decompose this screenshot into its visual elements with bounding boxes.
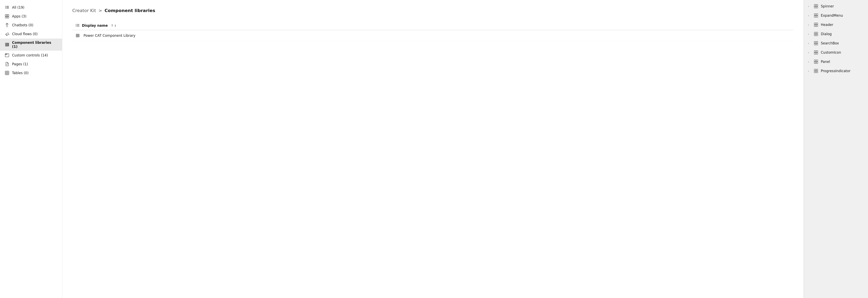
chevron-right-icon: ›	[808, 42, 811, 45]
panel-item-spinner-label: Spinner	[821, 4, 834, 8]
sidebar-item-apps-label: Apps (3)	[12, 14, 27, 18]
svg-rect-33	[78, 34, 78, 37]
svg-rect-1	[6, 6, 9, 6]
sidebar-item-cloud-flows[interactable]: Cloud flows (0)	[0, 30, 62, 38]
panel-item-panel[interactable]: › Panel	[804, 57, 868, 66]
table-row[interactable]: Power CAT Component Library	[72, 30, 794, 41]
panel-item-dialog[interactable]: › Dialog	[804, 29, 868, 38]
component-icon-panel	[814, 60, 818, 64]
svg-rect-57	[816, 51, 818, 52]
svg-rect-64	[814, 69, 816, 71]
breadcrumb-parent[interactable]: Creator Kit	[72, 8, 96, 13]
sort-arrows: ↑ ↓	[111, 24, 117, 27]
panel-item-spinner[interactable]: › Spinner	[804, 2, 868, 11]
svg-rect-2	[5, 7, 6, 7]
sidebar-item-chatbots-label: Chatbots (0)	[12, 23, 33, 27]
sidebar-item-chatbots[interactable]: Chatbots (0)	[0, 21, 62, 29]
chevron-right-icon: ›	[808, 51, 811, 54]
panel-item-expand-menu-label: ExpandMenu	[821, 13, 843, 18]
svg-rect-50	[814, 34, 816, 36]
panel-item-header-label: Header	[821, 23, 833, 27]
svg-rect-58	[814, 53, 816, 54]
svg-rect-39	[816, 6, 818, 8]
svg-rect-40	[814, 14, 816, 15]
panel-item-expand-menu[interactable]: › ExpandMenu	[804, 11, 868, 20]
svg-rect-6	[5, 14, 7, 16]
svg-rect-63	[816, 62, 818, 63]
flow-icon	[5, 32, 9, 36]
svg-rect-9	[7, 17, 9, 18]
panel-item-dialog-label: Dialog	[821, 32, 832, 36]
chevron-right-icon: ›	[808, 5, 811, 8]
component-icon-spinner	[814, 4, 818, 8]
chevron-right-icon: ›	[808, 23, 811, 26]
table-header: Display name ↑ ↓	[72, 21, 794, 30]
apps-icon	[5, 14, 9, 19]
sidebar-item-all-label: All (19)	[12, 5, 24, 9]
sidebar-item-all[interactable]: All (19)	[0, 3, 62, 12]
svg-rect-42	[814, 16, 816, 17]
svg-rect-44	[814, 23, 816, 25]
svg-rect-51	[816, 34, 818, 36]
svg-rect-47	[816, 25, 818, 27]
custom-controls-icon: Abc	[5, 53, 9, 57]
sidebar-item-custom-controls[interactable]: Abc Custom controls (14)	[0, 51, 62, 59]
svg-rect-56	[814, 51, 816, 52]
svg-rect-59	[816, 53, 818, 54]
svg-rect-48	[814, 32, 816, 34]
svg-rect-0	[5, 6, 6, 6]
sidebar-item-tables[interactable]: Tables (0)	[0, 69, 62, 77]
svg-rect-60	[814, 60, 816, 61]
svg-rect-20	[5, 71, 9, 75]
breadcrumb: Creator Kit > Component libraries	[72, 8, 794, 13]
svg-rect-37	[816, 4, 818, 6]
svg-rect-61	[816, 60, 818, 61]
chevron-right-icon: ›	[808, 33, 811, 36]
svg-rect-38	[814, 6, 816, 8]
sidebar-item-custom-controls-label: Custom controls (14)	[12, 53, 48, 57]
sidebar-item-apps[interactable]: Apps (3)	[0, 12, 62, 21]
svg-rect-34	[79, 34, 79, 37]
sort-desc-button[interactable]: ↓	[114, 24, 117, 27]
svg-rect-54	[814, 43, 816, 45]
svg-rect-30	[77, 26, 79, 27]
svg-rect-55	[816, 43, 818, 45]
sidebar-item-component-libraries[interactable]: Component libraries (1)	[0, 38, 62, 51]
library-icon	[5, 42, 9, 47]
panel-item-search-box[interactable]: › SearchBox	[804, 38, 868, 48]
chevron-right-icon: ›	[808, 60, 811, 63]
component-icon-header	[814, 23, 818, 27]
sort-asc-button[interactable]: ↑	[111, 24, 114, 27]
panel-item-custom-icon[interactable]: › CustomIcon	[804, 48, 868, 57]
svg-rect-4	[5, 8, 6, 8]
svg-rect-62	[814, 62, 816, 63]
breadcrumb-separator: >	[98, 8, 102, 13]
component-icon-dialog	[814, 32, 818, 36]
panel-item-progress-indicator-label: ProgressIndicator	[821, 69, 850, 73]
list-icon	[5, 5, 9, 10]
svg-rect-31	[76, 34, 77, 37]
chatbot-icon	[5, 23, 9, 27]
svg-rect-53	[816, 41, 818, 43]
svg-rect-5	[6, 8, 9, 8]
svg-rect-13	[5, 43, 6, 46]
svg-rect-49	[816, 32, 818, 34]
svg-rect-46	[814, 25, 816, 27]
svg-rect-3	[6, 7, 9, 7]
svg-rect-15	[7, 43, 8, 46]
panel-item-progress-indicator[interactable]: › ProgressIndicator	[804, 66, 868, 76]
component-icon-custom-icon	[814, 51, 818, 55]
svg-rect-26	[77, 24, 79, 25]
svg-rect-65	[816, 69, 818, 71]
sidebar-item-component-libraries-label: Component libraries (1)	[12, 40, 57, 49]
sidebar-item-pages[interactable]: Pages (1)	[0, 60, 62, 68]
pages-icon	[5, 62, 9, 66]
panel-item-header[interactable]: › Header	[804, 20, 868, 29]
table-row-name: Power CAT Component Library	[84, 34, 135, 37]
svg-rect-52	[814, 41, 816, 43]
panel-item-custom-icon-label: CustomIcon	[821, 51, 841, 55]
sidebar-item-tables-label: Tables (0)	[12, 71, 29, 75]
component-libraries-table: Display name ↑ ↓ Power CAT Compone	[72, 21, 794, 41]
sidebar-item-pages-label: Pages (1)	[12, 62, 28, 66]
svg-point-10	[6, 24, 8, 25]
